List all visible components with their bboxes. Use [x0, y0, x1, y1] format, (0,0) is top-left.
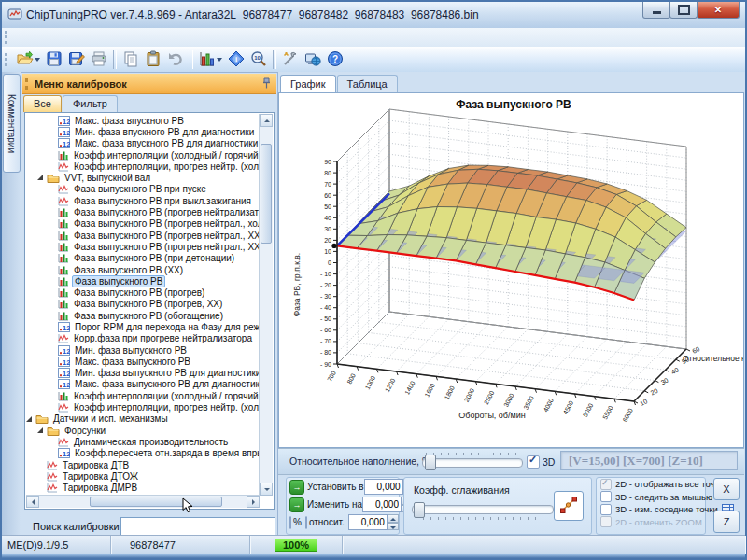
tree-item[interactable]: Тарировка ДТОЖ	[26, 470, 260, 482]
menu-item[interactable]	[92, 35, 106, 40]
relative-value-spinner[interactable]	[388, 514, 399, 530]
tab-фильтр[interactable]: Фильтр	[63, 95, 118, 112]
menu-item[interactable]	[14, 35, 27, 40]
horizontal-scroll-thumb[interactable]	[90, 497, 222, 507]
help-button[interactable]: ?	[324, 49, 346, 70]
apply-smoothing-button[interactable]	[554, 491, 584, 521]
tree-item[interactable]: 12 Мин. фаза выпускного РВ	[26, 344, 260, 356]
tree-item[interactable]: 12 Порог RPM для перехода на Фазу для ре…	[26, 321, 260, 332]
tree-item[interactable]: Фаза выпускного РВ (прогрев)	[26, 287, 260, 298]
tree-vertical-scrollbar[interactable]	[259, 114, 273, 496]
menu-item[interactable]	[27, 35, 40, 40]
z-axis-button[interactable]: Z	[713, 511, 740, 533]
dropdown-arrow-icon[interactable]	[35, 58, 40, 62]
slider-thumb[interactable]	[425, 455, 436, 470]
menu-item[interactable]	[53, 35, 66, 40]
tree-item[interactable]: Фаза выпускного РВ (прогрев нейтрализато…	[26, 206, 260, 217]
option-row[interactable]: 3D - следить за мышью	[597, 491, 705, 504]
option-row[interactable]: 2D - отображать все точки	[597, 478, 705, 491]
tree-item[interactable]: Фаза выпускного РВ (прогрев нейтрал., хо…	[26, 218, 260, 230]
tree-folder[interactable]: Форсунки	[26, 425, 260, 436]
dropdown-arrow-icon[interactable]	[217, 58, 222, 62]
tree-folder[interactable]: VVT, выпускной вал	[26, 172, 260, 183]
close-button[interactable]: ✕	[697, 2, 740, 19]
x-axis-button[interactable]: X	[713, 478, 740, 500]
tree-item[interactable]: Фаза выпускного РВ (прогрев нейтрал., XX…	[26, 230, 260, 241]
scroll-left-icon[interactable]	[26, 496, 39, 508]
vertical-scroll-thumb[interactable]	[261, 144, 272, 244]
tree-item[interactable]: Фаза выпускного РВ (при детонации)	[26, 253, 260, 264]
tree-item[interactable]: Корр.фаза при прогреве нейтрализатора	[26, 333, 260, 344]
tree-item[interactable]: Фаза выпускного РВ (прогрев, XX)	[26, 299, 260, 310]
calibration-panel-header[interactable]: Меню калибровок	[22, 74, 276, 94]
relative-value-input[interactable]	[348, 514, 388, 530]
option-checkbox[interactable]	[600, 491, 612, 502]
tree-item[interactable]: 12 Макс. фаза выпускного РВ для диагност…	[26, 379, 260, 390]
slider-track[interactable]	[422, 458, 523, 468]
open-file-button[interactable]	[14, 49, 43, 70]
tree-item[interactable]: 12 Макс. фаза впускного РВ	[26, 115, 260, 126]
set-value-input[interactable]	[364, 479, 403, 495]
smoothing-slider[interactable]	[412, 502, 554, 520]
fill-slider[interactable]	[422, 453, 523, 470]
save-as-button[interactable]	[65, 49, 88, 70]
zoom-10x-button[interactable]: 10	[247, 49, 270, 70]
calibration-search-input[interactable]	[120, 517, 275, 537]
scroll-down-icon[interactable]	[260, 483, 273, 496]
print-button[interactable]	[88, 49, 110, 70]
tree-item[interactable]: 12 Макс. фаза впускного РВ для диагности…	[26, 138, 260, 149]
tree-item[interactable]: 12 Коэфф.пересчета отн.заряда в время вп…	[26, 448, 260, 459]
relative-checkbox[interactable]	[305, 516, 307, 529]
paste-button[interactable]	[142, 49, 164, 70]
tree-item[interactable]: Фаза выпускного РВ (обогащение)	[26, 310, 260, 321]
tree-horizontal-scrollbar[interactable]	[26, 495, 260, 508]
menu-item[interactable]	[40, 35, 53, 40]
info-button[interactable]: i	[225, 49, 247, 70]
apply-set-button[interactable]: →	[289, 480, 304, 495]
network-button[interactable]	[302, 49, 324, 70]
change-value-input[interactable]	[362, 497, 402, 512]
option-checkbox[interactable]	[600, 516, 612, 527]
option-row[interactable]: 2D - отменить ZOOM	[597, 516, 705, 529]
tab-graph[interactable]: График	[280, 75, 336, 92]
tree-item[interactable]: Динамическая производительность	[26, 436, 260, 447]
tree-item[interactable]: Фаза выпускного РВ (XX)	[26, 264, 260, 275]
slider-thumb[interactable]	[414, 502, 425, 518]
scroll-right-icon[interactable]	[247, 496, 260, 508]
menu-item[interactable]	[66, 35, 79, 40]
menu-item[interactable]	[79, 35, 92, 40]
tree-item[interactable]: Тарировка ДМРВ	[26, 483, 260, 494]
tree-item[interactable]: Коэфф.интерполяции (холодный / горячий )	[26, 149, 260, 161]
tree-item[interactable]: 12 Мин. фаза выпускного РВ для диагности…	[26, 368, 260, 379]
expand-arrow-icon[interactable]	[37, 427, 43, 433]
tree-item[interactable]: Фаза выпускного РВ при выкл.зажигания	[26, 195, 260, 206]
copy-button[interactable]	[120, 49, 142, 70]
tree-item[interactable]: Фаза выпускного РВ при пуске	[26, 184, 260, 195]
tools-button[interactable]	[279, 49, 302, 70]
expand-arrow-icon[interactable]	[37, 175, 43, 180]
tree-item[interactable]: Фаза выпускного РВ	[26, 275, 260, 287]
surface-chart[interactable]: - 90- 80- 70- 60- 50- 40- 30- 20- 100102…	[279, 93, 743, 447]
save-button[interactable]	[43, 49, 65, 70]
option-checkbox[interactable]	[600, 504, 612, 515]
tab-table[interactable]: Таблица	[337, 75, 398, 92]
maximize-button[interactable]	[669, 2, 698, 19]
option-checkbox[interactable]	[600, 479, 612, 490]
scroll-up-icon[interactable]	[260, 114, 273, 127]
tree-item[interactable]: Коэфф.интерполяции, прогрев нейтр. (холо…	[26, 401, 260, 413]
tree-item[interactable]: Тарировка ДТВ	[26, 459, 260, 470]
tab-все[interactable]: Все	[23, 95, 62, 112]
chart-view-button[interactable]	[196, 49, 225, 70]
minimize-button[interactable]	[642, 2, 670, 19]
apply-change-button[interactable]: →	[289, 497, 304, 512]
3d-view-checkbox[interactable]	[527, 455, 540, 469]
option-row[interactable]: 3D - изм. соседние точки	[597, 503, 705, 516]
slider-track[interactable]	[412, 505, 554, 514]
tab-comments[interactable]: Комментарии	[3, 74, 21, 173]
pin-icon[interactable]	[261, 77, 272, 91]
tree-folder[interactable]: Датчики и исп. механизмы	[26, 413, 260, 425]
tree-item[interactable]: 12 Мин. фаза впускного РВ для диагностик…	[26, 126, 260, 137]
title-bar[interactable]: ChipTuningPRO ver.7.4.8.969 - Antara32L_…	[2, 2, 745, 29]
tree-item[interactable]: 12 Макс. фаза выпускного РВ	[26, 356, 260, 367]
tree-item[interactable]: Коэфф.интерполяции (холодный / горячий )	[26, 390, 260, 401]
